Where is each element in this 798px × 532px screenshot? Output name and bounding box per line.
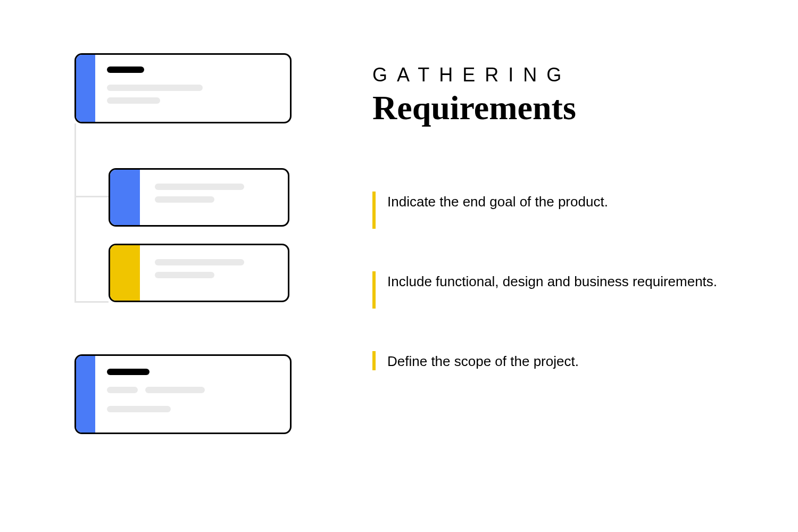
diagram-card-4	[74, 354, 292, 434]
connector-horizontal-1	[74, 196, 109, 197]
card-accent-blue	[110, 170, 140, 225]
placeholder-line	[155, 184, 244, 190]
placeholder-line	[155, 196, 214, 203]
placeholder-line	[107, 97, 160, 104]
placeholder-title-bar	[107, 66, 144, 73]
bullet-text: Define the scope of the project.	[387, 351, 579, 371]
bullet-text: Include functional, design and business …	[387, 271, 717, 292]
card-accent-blue	[76, 55, 95, 122]
bullet-accent-bar	[372, 192, 376, 229]
bullet-item: Include functional, design and business …	[372, 271, 724, 309]
heading-title: Requirements	[372, 88, 724, 128]
connector-vertical	[74, 123, 76, 302]
card-body	[95, 55, 290, 122]
placeholder-chip	[107, 406, 171, 412]
diagram-card-2	[109, 168, 289, 227]
bullet-accent-bar	[372, 271, 376, 309]
card-accent-yellow	[110, 245, 140, 301]
bullet-text: Indicate the end goal of the product.	[387, 192, 608, 212]
card-accent-blue	[76, 356, 95, 433]
card-body	[140, 170, 288, 225]
heading-eyebrow: GATHERING	[372, 64, 724, 86]
placeholder-line	[107, 85, 203, 91]
bullet-accent-bar	[372, 351, 376, 370]
placeholder-title-bar	[107, 369, 149, 375]
bullet-item: Indicate the end goal of the product.	[372, 192, 724, 229]
placeholder-chip	[107, 387, 138, 393]
diagram-card-3	[109, 244, 289, 302]
placeholder-line	[155, 259, 244, 265]
bullet-item: Define the scope of the project.	[372, 351, 724, 371]
connector-horizontal-2	[74, 301, 109, 303]
card-body	[140, 245, 288, 301]
placeholder-chip	[145, 387, 205, 393]
diagram-card-1	[74, 53, 292, 123]
card-body	[95, 356, 290, 433]
content-column: GATHERING Requirements Indicate the end …	[372, 53, 724, 479]
diagram-column	[74, 53, 298, 479]
placeholder-line	[155, 272, 214, 278]
